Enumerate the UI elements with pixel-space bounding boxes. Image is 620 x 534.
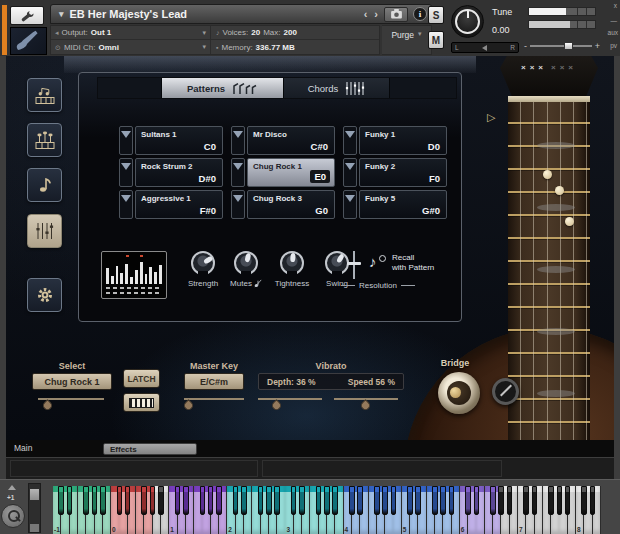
vibrato-speed-value[interactable]: Speed 56 %: [348, 377, 395, 387]
tab-main[interactable]: Main: [14, 443, 32, 453]
pan-slider[interactable]: L R: [451, 42, 519, 53]
piano-key-black[interactable]: [432, 486, 438, 515]
piano-key-black[interactable]: [299, 486, 305, 515]
select-value-box[interactable]: Chug Rock 1: [32, 373, 112, 390]
piano-key-black[interactable]: [407, 486, 413, 515]
piano-key-black[interactable]: [548, 486, 554, 515]
piano-key-black[interactable]: [449, 486, 455, 515]
volume-plus[interactable]: +: [595, 41, 600, 51]
tightness-knob[interactable]: [280, 251, 304, 275]
sidebar-note-page-button[interactable]: [27, 168, 62, 202]
piano-key-black[interactable]: [208, 486, 214, 515]
piano-key-black[interactable]: [532, 486, 538, 515]
piano-key-black[interactable]: [175, 486, 181, 515]
piano-key-black[interactable]: [557, 486, 563, 515]
piano-key-black[interactable]: [83, 486, 89, 515]
solo-button[interactable]: S: [428, 6, 444, 24]
pattern-dropdown-button[interactable]: [343, 158, 357, 187]
piano-key-black[interactable]: [67, 486, 73, 515]
pv-label[interactable]: pv: [610, 43, 617, 50]
piano-key-black[interactable]: [474, 486, 480, 515]
midi-caret[interactable]: ▾: [202, 43, 206, 51]
piano-key-black[interactable]: [117, 486, 123, 515]
piano-key-black[interactable]: [274, 486, 280, 515]
pattern-slot-button[interactable]: Sultans 1C0: [135, 126, 223, 155]
info-button[interactable]: i: [413, 7, 427, 21]
sidebar-chords-page-button[interactable]: [27, 123, 62, 157]
select-slider[interactable]: [38, 397, 104, 409]
piano-key-black[interactable]: [58, 486, 64, 515]
prev-instrument-arrow[interactable]: ‹: [363, 9, 369, 20]
piano-key-black[interactable]: [332, 486, 338, 515]
pattern-dropdown-button[interactable]: [343, 190, 357, 219]
slider-handle[interactable]: [182, 399, 195, 412]
snapshot-button[interactable]: [384, 7, 408, 22]
output-row[interactable]: ◂ Output: Out 1 ▾: [51, 26, 211, 39]
keyboard-zoom-knob[interactable]: [1, 504, 25, 528]
pattern-slot-button[interactable]: Funky 2F0: [359, 158, 447, 187]
pattern-dropdown-button[interactable]: [119, 158, 133, 187]
piano-key-black[interactable]: [465, 486, 471, 515]
master-key-value-box[interactable]: E/C#m: [184, 373, 244, 390]
piano-key-black[interactable]: [258, 486, 264, 515]
piano-key-black[interactable]: [523, 486, 529, 515]
sidebar-patterns-page-button[interactable]: [27, 78, 62, 112]
master-key-slider[interactable]: [184, 397, 244, 409]
tools-button[interactable]: [10, 6, 44, 25]
keyboard-toggle-button[interactable]: [123, 393, 160, 412]
piano-key-black[interactable]: [233, 486, 239, 515]
pattern-step-display[interactable]: [101, 251, 167, 299]
bridge-volume-knob[interactable]: [438, 372, 480, 414]
piano-key-black[interactable]: [92, 486, 98, 515]
pattern-dropdown-button[interactable]: [231, 190, 245, 219]
pattern-slot-button[interactable]: Aggressive 1F#0: [135, 190, 223, 219]
pattern-slot-button[interactable]: Chug Rock 3G0: [247, 190, 335, 219]
sidebar-settings-button[interactable]: [27, 278, 62, 312]
minimize-button[interactable]: —: [611, 18, 618, 25]
vibrato-depth-value[interactable]: Depth: 36 %: [267, 377, 316, 387]
piano-key-black[interactable]: [490, 486, 496, 515]
tab-effects[interactable]: Effects: [103, 443, 197, 455]
piano-key-black[interactable]: [498, 486, 504, 515]
pattern-slot-button-selected[interactable]: Chug Rock 1E0: [247, 158, 335, 187]
tab-chords[interactable]: Chords: [284, 78, 390, 98]
slider-handle[interactable]: [41, 399, 54, 412]
pattern-slot-button[interactable]: Mr DiscoC#0: [247, 126, 335, 155]
piano-key-black[interactable]: [415, 486, 421, 515]
volume-track[interactable]: [530, 45, 592, 47]
vibrato-speed-slider[interactable]: [334, 397, 398, 409]
close-button[interactable]: x: [614, 3, 617, 10]
tune-knob[interactable]: [451, 5, 484, 38]
aux-label[interactable]: aux: [608, 30, 618, 37]
mute-button[interactable]: M: [428, 31, 444, 49]
piano-key-black[interactable]: [391, 486, 397, 515]
instrument-logo[interactable]: [10, 27, 47, 55]
piano-key-black[interactable]: [374, 486, 380, 515]
piano-key-black[interactable]: [349, 486, 355, 515]
piano-key-black[interactable]: [241, 486, 247, 515]
pattern-slot-button[interactable]: Funky 1D0: [359, 126, 447, 155]
volume-handle[interactable]: [564, 42, 573, 50]
piano-key-black[interactable]: [440, 486, 446, 515]
piano-key-black[interactable]: [291, 486, 297, 515]
slider-handle[interactable]: [359, 399, 372, 412]
mutes-knob[interactable]: [234, 251, 258, 275]
slider-handle[interactable]: [270, 399, 283, 412]
piano-key-black[interactable]: [316, 486, 322, 515]
volume-slider[interactable]: - +: [524, 40, 600, 51]
piano-key-black[interactable]: [158, 486, 164, 515]
piano-key-black[interactable]: [581, 486, 587, 515]
pattern-dropdown-button[interactable]: [231, 126, 245, 155]
pattern-dropdown-button[interactable]: [231, 158, 245, 187]
piano-key-black[interactable]: [100, 486, 106, 515]
piano-key-black[interactable]: [150, 486, 156, 515]
scrollbar-handle[interactable]: [30, 524, 39, 532]
piano-key-black[interactable]: [565, 486, 571, 515]
title-dropdown-caret[interactable]: ▾: [59, 9, 64, 19]
latch-button[interactable]: LATCH: [123, 369, 160, 388]
resolution-slider-track[interactable]: [353, 251, 355, 279]
sidebar-fretboard-page-button[interactable]: [27, 214, 62, 248]
scrollbar-handle[interactable]: [30, 489, 39, 500]
piano-key-black[interactable]: [141, 486, 147, 515]
vibrato-depth-slider[interactable]: [258, 397, 322, 409]
